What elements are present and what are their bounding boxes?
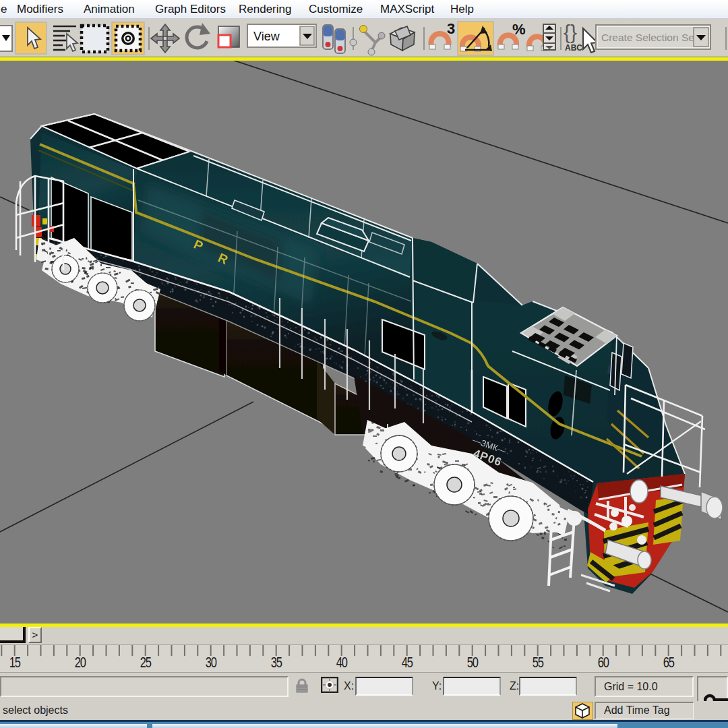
svg-text:ABC: ABC xyxy=(565,43,582,53)
svg-text:3: 3 xyxy=(447,20,455,37)
svg-text:30: 30 xyxy=(206,654,217,671)
svg-text:50: 50 xyxy=(467,654,479,671)
svg-text:65: 65 xyxy=(663,654,675,671)
svg-text:60: 60 xyxy=(598,654,609,671)
svg-text:45: 45 xyxy=(402,654,413,671)
svg-text:40: 40 xyxy=(336,654,348,671)
svg-text:55: 55 xyxy=(533,654,544,671)
svg-text:15: 15 xyxy=(9,654,21,671)
svg-text:Create Selection Set: Create Selection Set xyxy=(601,32,698,43)
svg-text:%: % xyxy=(512,21,526,38)
svg-text:View: View xyxy=(253,30,280,43)
svg-text:35: 35 xyxy=(271,654,282,671)
svg-text:20: 20 xyxy=(75,654,86,671)
svg-text:{}: {} xyxy=(564,21,577,43)
svg-text:25: 25 xyxy=(140,654,152,671)
